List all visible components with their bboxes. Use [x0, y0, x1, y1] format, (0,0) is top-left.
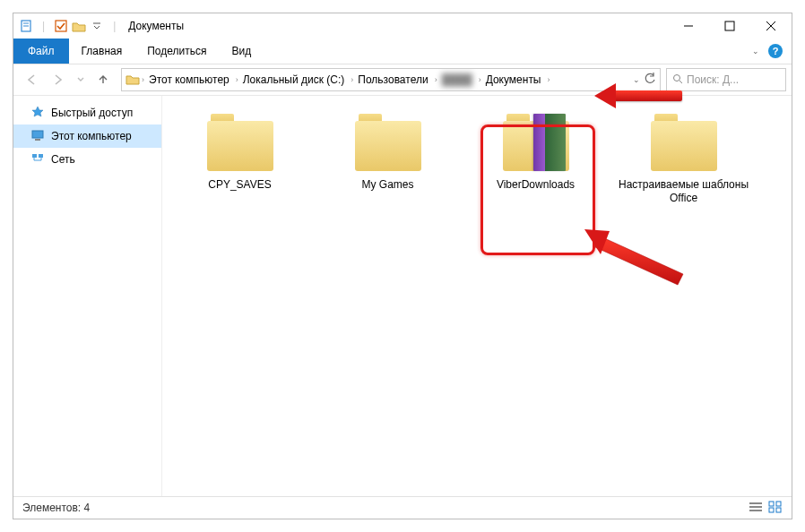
status-bar: Элементов: 4	[13, 496, 792, 519]
folder-label: Настраиваемые шаблоны Office	[617, 178, 751, 205]
svg-rect-13	[32, 154, 37, 158]
sidebar-item-network[interactable]: Сеть	[13, 148, 161, 171]
search-placeholder: Поиск: Д...	[687, 73, 739, 86]
svg-rect-15	[749, 502, 762, 504]
separator: |	[108, 20, 121, 32]
svg-rect-3	[56, 21, 66, 31]
svg-rect-19	[776, 502, 781, 506]
breadcrumb-drive[interactable]: Локальный диск (C:)	[240, 69, 350, 90]
svg-point-9	[674, 74, 680, 81]
breadcrumb-user-hidden[interactable]: ████	[439, 69, 477, 90]
svg-rect-17	[749, 510, 762, 511]
svg-rect-12	[35, 139, 40, 141]
star-icon	[31, 106, 44, 121]
chevron-right-icon[interactable]: ›	[433, 75, 439, 84]
ribbon-expand-icon[interactable]: ⌄	[752, 47, 759, 56]
folder-qat-icon[interactable]	[72, 19, 86, 33]
tab-view[interactable]: Вид	[219, 39, 264, 64]
status-item-count: Элементов: 4	[22, 502, 90, 514]
refresh-icon[interactable]	[644, 73, 656, 88]
chevron-right-icon[interactable]: ›	[234, 75, 240, 84]
breadcrumb-users[interactable]: Пользователи	[355, 69, 432, 90]
navigation-pane: Быстрый доступ Этот компьютер Сеть	[13, 96, 162, 496]
separator: |	[37, 20, 50, 32]
sidebar-item-label: Быстрый доступ	[51, 107, 133, 119]
annotation-arrow-folder	[584, 229, 683, 283]
sidebar-item-this-pc[interactable]: Этот компьютер	[13, 124, 161, 148]
help-icon[interactable]: ?	[768, 44, 783, 58]
address-bar[interactable]: › Этот компьютер › Локальный диск (C:) ›…	[121, 68, 661, 91]
up-button[interactable]	[91, 68, 116, 91]
folder-icon	[649, 114, 719, 171]
icons-view-button[interactable]	[768, 501, 783, 516]
back-button[interactable]	[19, 68, 44, 91]
close-button[interactable]	[750, 13, 792, 39]
minimize-button[interactable]	[668, 13, 709, 39]
monitor-icon	[31, 129, 44, 144]
quick-access-toolbar: | |	[19, 19, 121, 33]
explorer-body: Быстрый доступ Этот компьютер Сеть CPY_S…	[13, 96, 792, 496]
tab-share[interactable]: Поделиться	[134, 39, 219, 64]
ribbon-tabs: Файл Главная Поделиться Вид ⌄ ?	[13, 39, 792, 64]
tab-home[interactable]: Главная	[69, 39, 135, 64]
svg-rect-11	[32, 131, 43, 138]
sidebar-item-quick-access[interactable]: Быстрый доступ	[13, 101, 161, 124]
qat-dropdown-icon[interactable]	[90, 19, 104, 33]
svg-rect-21	[776, 508, 781, 512]
folder-icon	[205, 114, 275, 171]
location-folder-icon	[126, 73, 140, 88]
checkbox-icon[interactable]	[54, 19, 68, 33]
folder-label: CPY_SAVES	[208, 178, 271, 192]
folder-label: My Games	[361, 178, 413, 192]
folder-icon	[353, 114, 423, 171]
network-icon	[31, 152, 44, 167]
svg-rect-18	[769, 502, 774, 506]
properties-icon[interactable]	[19, 19, 33, 33]
folder-item[interactable]: Настраиваемые шаблоны Office	[610, 105, 757, 228]
title-bar: | | Документы	[13, 13, 792, 39]
maximize-button[interactable]	[709, 13, 750, 39]
folder-item[interactable]: CPY_SAVES	[166, 105, 314, 228]
window-title: Документы	[128, 20, 184, 32]
breadcrumb-documents[interactable]: Документы	[483, 69, 546, 90]
annotation-highlight-box	[480, 124, 595, 255]
chevron-right-icon[interactable]: ›	[140, 75, 146, 84]
content-pane[interactable]: CPY_SAVES My Games ViberDownloads Настра…	[162, 96, 792, 496]
breadcrumb-this-pc[interactable]: Этот компьютер	[146, 69, 234, 90]
svg-rect-16	[749, 506, 762, 508]
chevron-right-icon[interactable]: ›	[349, 75, 355, 84]
annotation-arrow-breadcrumb	[598, 87, 688, 105]
folder-item[interactable]: My Games	[314, 105, 462, 228]
sidebar-item-label: Этот компьютер	[51, 130, 132, 142]
recent-locations-button[interactable]	[73, 68, 89, 91]
search-icon	[672, 73, 683, 87]
chevron-right-icon[interactable]: ›	[546, 75, 552, 84]
forward-button[interactable]	[46, 68, 71, 91]
window-controls	[668, 13, 792, 39]
chevron-right-icon[interactable]: ›	[477, 75, 483, 84]
svg-rect-14	[39, 154, 43, 158]
tab-file[interactable]: Файл	[13, 39, 69, 64]
details-view-button[interactable]	[749, 501, 763, 516]
sidebar-item-label: Сеть	[51, 153, 75, 166]
svg-line-10	[679, 81, 682, 83]
svg-rect-20	[769, 508, 774, 512]
svg-rect-6	[725, 21, 734, 30]
address-dropdown-icon[interactable]: ⌄	[633, 75, 640, 84]
